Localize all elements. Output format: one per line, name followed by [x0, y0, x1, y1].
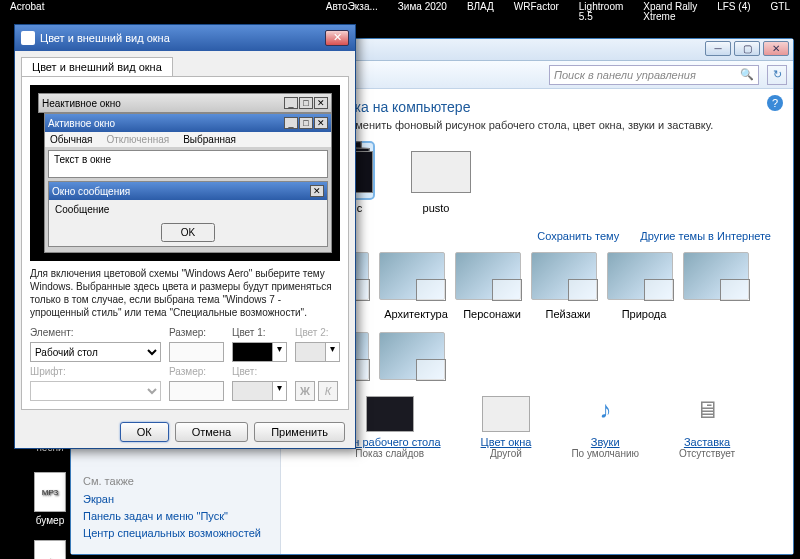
- size-spinner[interactable]: [169, 342, 224, 362]
- aero-thumb[interactable]: [379, 332, 445, 380]
- ok-button[interactable]: ОК: [120, 422, 169, 442]
- dlg-footer: ОК Отмена Применить: [15, 416, 355, 448]
- bottom-sounds[interactable]: ♪ Звуки По умолчанию: [571, 396, 639, 459]
- sound-icon: ♪: [581, 396, 629, 432]
- bottom-color[interactable]: Цвет окна Другой: [481, 396, 532, 459]
- sidebar-link-display[interactable]: Экран: [83, 493, 273, 505]
- aero-thumb[interactable]: [379, 252, 445, 300]
- close-button[interactable]: ✕: [763, 41, 789, 56]
- close-button[interactable]: ✕: [325, 30, 349, 46]
- preview-ok-button: OK: [161, 223, 215, 242]
- theme-pusto[interactable]: pusto: [401, 143, 471, 214]
- my-themes-row: AKRAPOVIĆ Akrapovic pusto: [303, 143, 771, 214]
- bottom-screensaver[interactable]: 🖥 Заставка Отсутствует: [679, 396, 735, 459]
- tb-acrobat[interactable]: Acrobat: [0, 0, 54, 22]
- fontcolor-picker: ▾: [232, 381, 287, 401]
- lbl-color1: Цвет 1:: [232, 327, 287, 338]
- tab-appearance[interactable]: Цвет и внешний вид окна: [21, 57, 173, 76]
- fontsize-spinner: [169, 381, 224, 401]
- bottom-controls: Фон рабочего стола Показ слайдов Цвет ок…: [303, 396, 771, 459]
- search-input[interactable]: Поиск в панели управления 🔍: [549, 65, 759, 85]
- preview-area: Неактивное окно _□✕ Активное окно _□✕ Об…: [30, 85, 340, 261]
- lbl-fcolor: Цвет:: [232, 366, 287, 377]
- refresh-button[interactable]: ↻: [767, 65, 787, 85]
- aero-thumb[interactable]: [607, 252, 673, 300]
- aero-thumb[interactable]: [683, 252, 749, 300]
- link-more-themes[interactable]: Другие темы в Интернете: [640, 230, 771, 242]
- lbl-size: Размер:: [169, 327, 224, 338]
- color1-picker[interactable]: ▾: [232, 342, 287, 362]
- dlg-description: Для включения цветовой схемы "Windows Ae…: [30, 267, 340, 319]
- font-select: [30, 381, 161, 401]
- italic-button: К: [318, 381, 338, 401]
- aero-labels: Архитектура Персонажи Пейзажи Природа: [303, 308, 771, 320]
- lbl-element: Элемент:: [30, 327, 161, 338]
- tb-lightroom[interactable]: Lightroom 5.5: [569, 0, 633, 22]
- font-style-buttons: Ж К: [295, 381, 340, 401]
- help-icon[interactable]: ?: [767, 95, 783, 111]
- theme-actions: Сохранить тему Другие темы в Интернете: [303, 230, 771, 242]
- element-select[interactable]: Рабочий стол: [30, 342, 161, 362]
- tb-vlad[interactable]: ВЛАД: [457, 0, 504, 22]
- wallpaper-icon: [366, 396, 414, 432]
- dlg-tabs: Цвет и внешний вид окна: [15, 51, 355, 76]
- preview-inactive-window: Неактивное окно _□✕: [38, 93, 332, 113]
- aero-themes-row-2: [303, 332, 771, 380]
- sidebar-heading: См. также: [83, 475, 273, 487]
- lbl-font: Шрифт:: [30, 366, 161, 377]
- dlg-icon: [21, 31, 35, 45]
- color2-picker: ▾: [295, 342, 340, 362]
- screensaver-icon: 🖥: [683, 396, 731, 432]
- search-icon: 🔍: [740, 68, 754, 81]
- aero-thumb[interactable]: [455, 252, 521, 300]
- page-title: ия и звука на компьютере: [303, 99, 771, 115]
- lbl-fsize: Размер:: [169, 366, 224, 377]
- tb-auto[interactable]: АвтоЭкза...: [316, 0, 388, 22]
- minimize-button[interactable]: ─: [705, 41, 731, 56]
- page-subtitle: еменно изменить фоновый рисунок рабочего…: [303, 119, 771, 131]
- maximize-button[interactable]: ▢: [734, 41, 760, 56]
- element-controls: Элемент: Размер: Цвет 1: Цвет 2: Рабочий…: [30, 327, 340, 401]
- tb-zima[interactable]: Зима 2020: [388, 0, 457, 22]
- main-panel: ? ия и звука на компьютере еменно измени…: [281, 89, 793, 554]
- dlg-titlebar[interactable]: Цвет и внешний вид окна ✕: [15, 25, 355, 51]
- tb-lfs[interactable]: LFS (4): [707, 0, 760, 22]
- taskbar-top: Acrobat АвтоЭкза... Зима 2020 ВЛАД WRFac…: [0, 0, 800, 22]
- aero-thumb[interactable]: [531, 252, 597, 300]
- file-icon: ♪: [34, 540, 66, 559]
- color-appearance-dialog: Цвет и внешний вид окна ✕ Цвет и внешний…: [14, 24, 356, 449]
- tb-gtl[interactable]: GTL: [761, 0, 800, 22]
- lbl-color2: Цвет 2:: [295, 327, 340, 338]
- color-icon: [482, 396, 530, 432]
- dlg-title-text: Цвет и внешний вид окна: [40, 32, 170, 44]
- dlg-body: Неактивное окно _□✕ Активное окно _□✕ Об…: [21, 76, 349, 410]
- apply-button[interactable]: Применить: [254, 422, 345, 442]
- link-save-theme[interactable]: Сохранить тему: [537, 230, 619, 242]
- sidebar-link-accessibility[interactable]: Центр специальных возможностей: [83, 527, 273, 539]
- cancel-button[interactable]: Отмена: [175, 422, 248, 442]
- aero-themes-row: [303, 252, 771, 300]
- tb-xpand[interactable]: Xpand Rally Xtreme: [633, 0, 707, 22]
- bold-button: Ж: [295, 381, 315, 401]
- sidebar-links: См. также Экран Панель задач и меню "Пус…: [83, 475, 273, 544]
- file-icon: MP3: [34, 472, 66, 512]
- tb-wrf[interactable]: WRFactor: [504, 0, 569, 22]
- preview-message-box: Окно сообщения ✕ Сообщение OK: [48, 181, 328, 247]
- sidebar-link-taskbar[interactable]: Панель задач и меню "Пуск": [83, 510, 273, 522]
- preview-active-window: Активное окно _□✕ Обычная Отключенная Вы…: [44, 113, 332, 253]
